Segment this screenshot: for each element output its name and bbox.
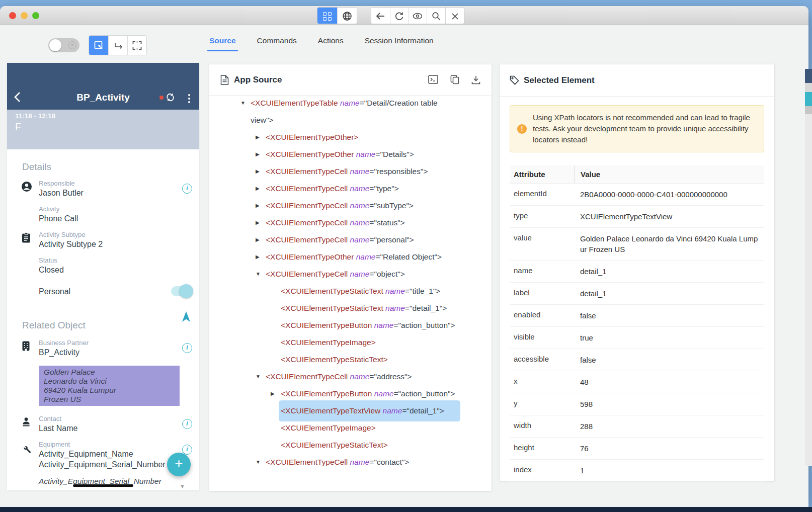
- source-tree-node[interactable]: ▼<XCUIElementTypeCell name="contact">: [240, 454, 458, 471]
- attribute-row-value: valueGolden Palace Leonardo da Vinci 694…: [510, 228, 764, 261]
- device-sync-control[interactable]: [159, 93, 175, 102]
- responsible-row[interactable]: Responsible Jason Butler i: [7, 180, 199, 198]
- source-tree-node[interactable]: <XCUIElementTypeStaticText>: [240, 351, 458, 368]
- swipe-mode-button[interactable]: [108, 36, 127, 55]
- source-tree-node[interactable]: ▶<XCUIElementTypeButton name="action_but…: [240, 385, 458, 402]
- address-highlight-block[interactable]: Golden Palace Leonardo da Vinci 69420 Ku…: [39, 366, 180, 406]
- web-view-button[interactable]: [337, 8, 357, 24]
- quit-session-button[interactable]: [445, 8, 464, 24]
- source-tree-node[interactable]: <XCUIElementTypeImage>: [240, 419, 458, 437]
- contact-row[interactable]: Contact Last Name i: [7, 415, 199, 434]
- traffic-lights: [9, 12, 39, 19]
- source-tree-node[interactable]: ▶<XCUIElementTypeCell name="responsibles…: [240, 163, 458, 180]
- expand-right-icon[interactable]: ▶: [256, 231, 266, 248]
- source-tree-node[interactable]: ▼<XCUIElementTypeTable name="Detail/Crea…: [240, 95, 458, 129]
- device-event-strip: 11:18 - 12:18 F: [7, 110, 199, 149]
- close-window-button[interactable]: [9, 12, 16, 19]
- back-button[interactable]: [371, 8, 390, 24]
- attribute-name: label: [510, 283, 574, 304]
- subtype-row[interactable]: Activity Subtype Activity Subtype 2: [7, 231, 199, 249]
- source-tree-node[interactable]: ▶<XCUIElementTypeCell name="subType">: [240, 197, 458, 214]
- expand-down-icon[interactable]: ▼: [256, 266, 266, 283]
- responsible-label: Responsible: [39, 180, 171, 188]
- expand-right-icon[interactable]: ▶: [256, 146, 266, 163]
- activity-row[interactable]: Activity Phone Call: [7, 205, 199, 224]
- tab-commands[interactable]: Commands: [257, 36, 297, 51]
- source-tree-node[interactable]: ▶<XCUIElementTypeOther>: [240, 129, 458, 146]
- info-icon[interactable]: i: [182, 343, 192, 353]
- source-tree-node[interactable]: ▶<XCUIElementTypeOther name="Details">: [240, 146, 458, 163]
- device-menu-kebab-icon[interactable]: [188, 93, 190, 105]
- source-tree-node[interactable]: ▶<XCUIElementTypeCell name="personal">: [240, 231, 458, 248]
- recording-toggle[interactable]: ✕: [48, 38, 79, 52]
- expand-right-icon[interactable]: ▶: [271, 385, 281, 402]
- source-tree-node[interactable]: <XCUIElementTypeStaticText name="title_1…: [240, 283, 458, 300]
- clipboard-icon: [21, 232, 31, 243]
- status-label: Status: [39, 257, 171, 265]
- source-tree-node[interactable]: <XCUIElementTypeImage>: [240, 334, 458, 351]
- attribute-value: XCUIElementTypeTextView: [574, 206, 764, 227]
- device-screenshot-panel[interactable]: BP_Activity 11:18 - 12:18 F Details: [7, 63, 199, 490]
- expand-right-icon[interactable]: ▶: [256, 248, 266, 266]
- screenshot-eye-button[interactable]: [409, 8, 427, 24]
- maximize-window-button[interactable]: [32, 12, 39, 19]
- navigate-arrow-icon[interactable]: [180, 310, 192, 323]
- select-element-mode-button[interactable]: [89, 36, 108, 55]
- event-time-range: 11:18 - 12:18: [15, 112, 191, 120]
- search-icon: [432, 12, 441, 21]
- attribute-name: height: [510, 438, 574, 459]
- business-partner-row[interactable]: Business Partner BP_Activity i: [7, 339, 199, 358]
- expand-down-icon[interactable]: ▼: [240, 95, 251, 112]
- status-row[interactable]: Status Closed: [7, 257, 199, 275]
- source-tree-node[interactable]: ▶<XCUIElementTypeOther name="Related Obj…: [240, 248, 458, 266]
- attribute-row-x: x48: [510, 371, 764, 393]
- refresh-button[interactable]: [390, 8, 409, 24]
- minimize-window-button[interactable]: [21, 12, 28, 19]
- address-line: 69420 Kuala Lumpur: [44, 386, 175, 395]
- attribute-name: index: [510, 460, 574, 481]
- source-tree-node[interactable]: ▼<XCUIElementTypeCell name="address">: [240, 368, 458, 385]
- source-tree-node[interactable]: <XCUIElementTypeStaticText>: [240, 437, 458, 454]
- person-circle-icon: [21, 181, 32, 192]
- expand-down-icon[interactable]: ▼: [256, 454, 266, 471]
- copy-icon[interactable]: [450, 75, 459, 84]
- tap-coordinates-icon: [132, 41, 142, 50]
- status-value: Closed: [39, 265, 171, 275]
- grid-icon: [323, 12, 332, 21]
- source-tree-node[interactable]: ▶<XCUIElementTypeCell name="type">: [240, 180, 458, 197]
- tab-bar: SourceCommandsActionsSession Information: [209, 36, 434, 51]
- info-icon[interactable]: i: [182, 445, 192, 455]
- search-button[interactable]: [427, 8, 445, 24]
- swipe-icon: [113, 41, 123, 50]
- source-tree-node[interactable]: <XCUIElementTypeButton name="action_butt…: [240, 317, 458, 334]
- download-icon[interactable]: [471, 75, 480, 84]
- expand-right-icon[interactable]: ▶: [256, 214, 266, 231]
- session-nav-group: [371, 7, 464, 24]
- expand-right-icon[interactable]: ▶: [256, 180, 266, 197]
- wrench-icon: [21, 444, 32, 454]
- expand-down-icon[interactable]: ▼: [256, 368, 266, 385]
- source-tree-node[interactable]: ▶<XCUIElementTypeCell name="status">: [240, 214, 458, 231]
- tab-actions[interactable]: Actions: [318, 36, 344, 51]
- expand-right-icon[interactable]: ▶: [256, 163, 266, 180]
- tree-node-text: <XCUIElementTypeImage>: [281, 419, 458, 437]
- info-icon[interactable]: i: [182, 184, 192, 194]
- expand-right-icon[interactable]: ▶: [256, 129, 266, 146]
- expand-right-icon[interactable]: ▶: [256, 197, 266, 214]
- value-column-header: Value: [574, 165, 764, 183]
- add-fab-button[interactable]: +: [167, 453, 191, 476]
- grid-view-button[interactable]: [317, 8, 337, 24]
- source-tree-node[interactable]: <XCUIElementTypeStaticText name="detail_…: [240, 300, 458, 317]
- source-tree-node[interactable]: <XCUIElementTypeTextView name="detail_1"…: [240, 402, 458, 419]
- terminal-icon[interactable]: [428, 75, 438, 84]
- source-tree-node[interactable]: ▼<XCUIElementTypeCell name="object">: [240, 266, 458, 283]
- tap-coordinates-mode-button[interactable]: [127, 36, 146, 55]
- info-icon[interactable]: i: [182, 419, 192, 429]
- tab-source[interactable]: Source: [209, 36, 236, 51]
- activity-label: Activity: [39, 205, 171, 213]
- personal-row[interactable]: Personal: [7, 286, 199, 297]
- tab-session-information[interactable]: Session Information: [365, 36, 434, 51]
- attribute-value: 48: [574, 371, 764, 393]
- activity-value: Phone Call: [39, 213, 171, 224]
- personal-toggle[interactable]: [171, 286, 191, 296]
